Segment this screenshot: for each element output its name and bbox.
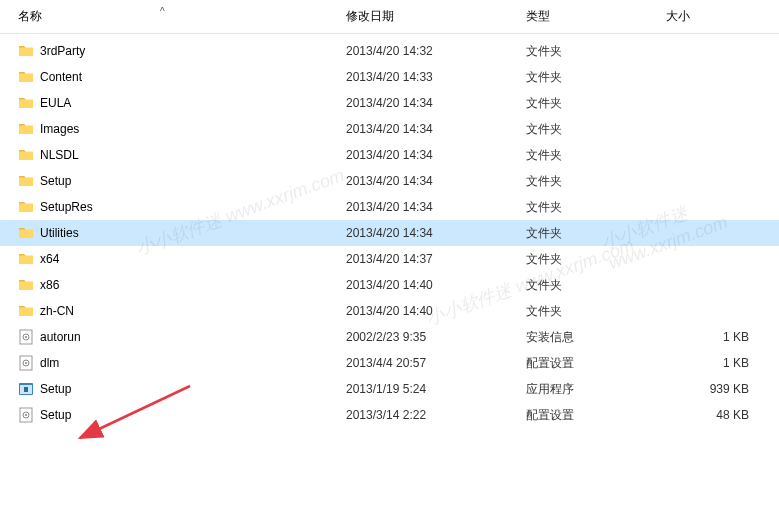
file-name-label: x64 <box>40 252 59 266</box>
folder-icon <box>18 147 34 163</box>
column-type-label: 类型 <box>526 9 550 23</box>
file-type-cell: 文件夹 <box>518 95 658 112</box>
file-row[interactable]: EULA2013/4/20 14:34文件夹 <box>0 90 779 116</box>
file-type-cell: 文件夹 <box>518 173 658 190</box>
file-row[interactable]: x862013/4/20 14:40文件夹 <box>0 272 779 298</box>
file-type-cell: 文件夹 <box>518 303 658 320</box>
column-header-row: 名称 ^ 修改日期 类型 大小 <box>0 0 779 34</box>
file-row[interactable]: Content2013/4/20 14:33文件夹 <box>0 64 779 90</box>
file-date-cell: 2013/4/20 14:40 <box>338 278 518 292</box>
file-row[interactable]: NLSDL2013/4/20 14:34文件夹 <box>0 142 779 168</box>
file-size-cell: 48 KB <box>658 408 779 422</box>
file-row[interactable]: autorun2002/2/23 9:35安装信息1 KB <box>0 324 779 350</box>
file-date-cell: 2013/4/20 14:34 <box>338 96 518 110</box>
folder-icon <box>18 199 34 215</box>
file-date-cell: 2013/4/20 14:32 <box>338 44 518 58</box>
file-row[interactable]: Images2013/4/20 14:34文件夹 <box>0 116 779 142</box>
file-name-cell: x86 <box>0 277 338 293</box>
file-date-cell: 2013/4/20 14:37 <box>338 252 518 266</box>
svg-point-5 <box>25 362 27 364</box>
column-header-size[interactable]: 大小 <box>658 8 779 25</box>
file-size-cell: 939 KB <box>658 382 779 396</box>
file-name-label: Setup <box>40 382 71 396</box>
folder-icon <box>18 277 34 293</box>
file-name-cell: Utilities <box>0 225 338 241</box>
file-name-cell: 3rdParty <box>0 43 338 59</box>
file-date-cell: 2013/3/14 2:22 <box>338 408 518 422</box>
file-size-cell: 1 KB <box>658 330 779 344</box>
file-name-label: Setup <box>40 174 71 188</box>
file-name-cell: SetupRes <box>0 199 338 215</box>
file-row[interactable]: Setup2013/1/19 5:24应用程序939 KB <box>0 376 779 402</box>
svg-point-11 <box>25 414 27 416</box>
file-name-cell: EULA <box>0 95 338 111</box>
sort-arrow-icon: ^ <box>160 6 165 17</box>
file-size-cell: 1 KB <box>658 356 779 370</box>
file-type-cell: 安装信息 <box>518 329 658 346</box>
file-date-cell: 2013/4/20 14:33 <box>338 70 518 84</box>
file-name-label: Utilities <box>40 226 79 240</box>
column-header-date[interactable]: 修改日期 <box>338 8 518 25</box>
config-icon <box>18 329 34 345</box>
file-name-cell: Content <box>0 69 338 85</box>
file-name-label: autorun <box>40 330 81 344</box>
file-list: 3rdParty2013/4/20 14:32文件夹Content2013/4/… <box>0 34 779 428</box>
file-type-cell: 文件夹 <box>518 147 658 164</box>
file-date-cell: 2013/4/20 14:40 <box>338 304 518 318</box>
exe-icon <box>18 381 34 397</box>
file-type-cell: 文件夹 <box>518 43 658 60</box>
folder-icon <box>18 251 34 267</box>
column-date-label: 修改日期 <box>346 9 394 23</box>
file-name-cell: Setup <box>0 173 338 189</box>
file-date-cell: 2013/4/20 14:34 <box>338 226 518 240</box>
file-name-label: Content <box>40 70 82 84</box>
file-type-cell: 文件夹 <box>518 121 658 138</box>
file-type-cell: 配置设置 <box>518 355 658 372</box>
file-type-cell: 文件夹 <box>518 277 658 294</box>
file-date-cell: 2013/4/20 14:34 <box>338 174 518 188</box>
file-name-cell: x64 <box>0 251 338 267</box>
file-name-label: NLSDL <box>40 148 79 162</box>
file-row[interactable]: 3rdParty2013/4/20 14:32文件夹 <box>0 38 779 64</box>
file-type-cell: 文件夹 <box>518 69 658 86</box>
file-row[interactable]: Setup2013/3/14 2:22配置设置48 KB <box>0 402 779 428</box>
folder-icon <box>18 173 34 189</box>
file-name-label: x86 <box>40 278 59 292</box>
file-name-cell: autorun <box>0 329 338 345</box>
file-type-cell: 文件夹 <box>518 225 658 242</box>
folder-icon <box>18 225 34 241</box>
file-row[interactable]: Setup2013/4/20 14:34文件夹 <box>0 168 779 194</box>
file-type-cell: 文件夹 <box>518 251 658 268</box>
file-date-cell: 2013/4/20 14:34 <box>338 148 518 162</box>
config-icon <box>18 407 34 423</box>
folder-icon <box>18 43 34 59</box>
folder-icon <box>18 121 34 137</box>
file-row[interactable]: Utilities2013/4/20 14:34文件夹 <box>0 220 779 246</box>
file-name-cell: dlm <box>0 355 338 371</box>
config-icon <box>18 355 34 371</box>
file-row[interactable]: x642013/4/20 14:37文件夹 <box>0 246 779 272</box>
file-name-cell: Images <box>0 121 338 137</box>
folder-icon <box>18 95 34 111</box>
svg-point-2 <box>25 336 27 338</box>
file-date-cell: 2002/2/23 9:35 <box>338 330 518 344</box>
file-row[interactable]: SetupRes2013/4/20 14:34文件夹 <box>0 194 779 220</box>
column-header-type[interactable]: 类型 <box>518 8 658 25</box>
file-name-label: EULA <box>40 96 71 110</box>
file-row[interactable]: zh-CN2013/4/20 14:40文件夹 <box>0 298 779 324</box>
file-name-label: Images <box>40 122 79 136</box>
file-row[interactable]: dlm2013/4/4 20:57配置设置1 KB <box>0 350 779 376</box>
file-name-cell: zh-CN <box>0 303 338 319</box>
file-name-cell: Setup <box>0 407 338 423</box>
column-size-label: 大小 <box>666 9 690 23</box>
column-header-name[interactable]: 名称 ^ <box>0 8 338 25</box>
file-name-label: Setup <box>40 408 71 422</box>
file-name-cell: NLSDL <box>0 147 338 163</box>
svg-rect-8 <box>24 387 28 392</box>
file-type-cell: 文件夹 <box>518 199 658 216</box>
file-date-cell: 2013/4/20 14:34 <box>338 200 518 214</box>
folder-icon <box>18 69 34 85</box>
file-type-cell: 应用程序 <box>518 381 658 398</box>
file-name-label: 3rdParty <box>40 44 85 58</box>
file-name-cell: Setup <box>0 381 338 397</box>
